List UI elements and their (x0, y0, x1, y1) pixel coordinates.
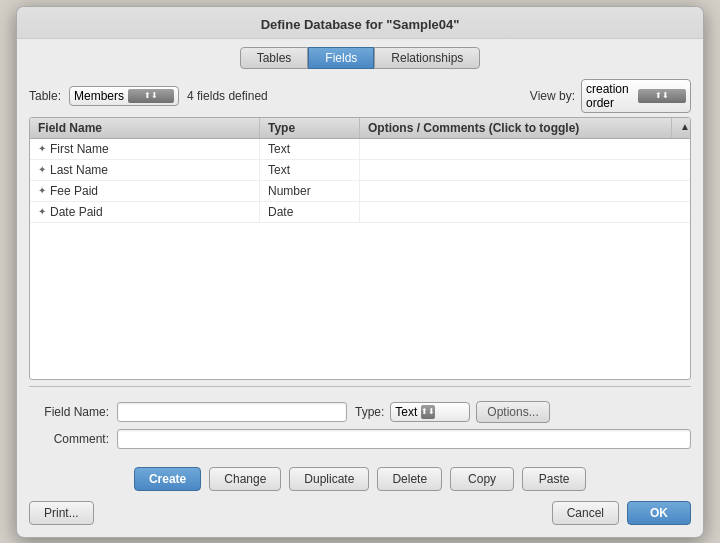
header-sort-icon: ▲ (672, 118, 690, 138)
table-select-arrow-icon: ⬆⬇ (128, 89, 174, 103)
view-by-select[interactable]: creation order ⬆⬇ (581, 79, 691, 113)
cell-type: Text (260, 139, 360, 159)
field-name-value: Fee Paid (50, 184, 98, 198)
bottom-right-buttons: Cancel OK (552, 501, 691, 525)
paste-button[interactable]: Paste (522, 467, 586, 491)
create-button[interactable]: Create (134, 467, 201, 491)
table-row[interactable]: ✦ First Name Text (30, 139, 690, 160)
type-select-arrow-icon: ⬆⬇ (421, 405, 435, 419)
table-body: ✦ First Name Text ✦ Last Name Text ✦ Fee… (30, 139, 690, 379)
cell-field-name: ✦ First Name (30, 139, 260, 159)
print-button[interactable]: Print... (29, 501, 94, 525)
cell-type: Date (260, 202, 360, 222)
tab-relationships[interactable]: Relationships (374, 47, 480, 69)
field-name-value: Date Paid (50, 205, 103, 219)
field-name-row: Field Name: Type: Text ⬆⬇ Options... (29, 401, 691, 423)
fields-table: Field Name Type Options / Comments (Clic… (29, 117, 691, 380)
field-name-label: Field Name: (29, 405, 109, 419)
tabs-row: Tables Fields Relationships (17, 39, 703, 75)
table-select[interactable]: Members ⬆⬇ (69, 86, 179, 106)
dialog-title: Define Database for "Sample04" (17, 7, 703, 39)
view-by-label: View by: (530, 89, 575, 103)
view-by-section: View by: creation order ⬆⬇ (530, 79, 691, 113)
view-by-value: creation order (586, 82, 634, 110)
header-options[interactable]: Options / Comments (Click to toggle) (360, 118, 672, 138)
type-section: Type: Text ⬆⬇ Options... (355, 401, 550, 423)
form-section: Field Name: Type: Text ⬆⬇ Options... Com… (17, 393, 703, 459)
comment-input[interactable] (117, 429, 691, 449)
options-button[interactable]: Options... (476, 401, 549, 423)
comment-label: Comment: (29, 432, 109, 446)
action-buttons: Create Change Duplicate Delete Copy Past… (17, 459, 703, 495)
tab-fields[interactable]: Fields (308, 47, 374, 69)
cell-options (360, 160, 690, 180)
duplicate-button[interactable]: Duplicate (289, 467, 369, 491)
cancel-button[interactable]: Cancel (552, 501, 619, 525)
change-button[interactable]: Change (209, 467, 281, 491)
type-select-value: Text (395, 405, 417, 419)
cell-field-name: ✦ Date Paid (30, 202, 260, 222)
header-type: Type (260, 118, 360, 138)
cell-type: Text (260, 160, 360, 180)
table-row[interactable]: ✦ Last Name Text (30, 160, 690, 181)
type-select[interactable]: Text ⬆⬇ (390, 402, 470, 422)
cell-options (360, 202, 690, 222)
row-drag-icon: ✦ (38, 206, 46, 217)
define-database-dialog: Define Database for "Sample04" Tables Fi… (16, 6, 704, 538)
cell-type: Number (260, 181, 360, 201)
table-header: Field Name Type Options / Comments (Clic… (30, 118, 690, 139)
cell-options (360, 181, 690, 201)
tab-tables[interactable]: Tables (240, 47, 309, 69)
header-field-name: Field Name (30, 118, 260, 138)
comment-row: Comment: (29, 429, 691, 449)
type-label: Type: (355, 405, 384, 419)
copy-button[interactable]: Copy (450, 467, 514, 491)
field-name-value: Last Name (50, 163, 108, 177)
toolbar: Table: Members ⬆⬇ 4 fields defined View … (17, 75, 703, 117)
fields-count: 4 fields defined (187, 89, 522, 103)
row-drag-icon: ✦ (38, 164, 46, 175)
divider (29, 386, 691, 387)
table-label: Table: (29, 89, 61, 103)
cell-field-name: ✦ Fee Paid (30, 181, 260, 201)
delete-button[interactable]: Delete (377, 467, 442, 491)
row-drag-icon: ✦ (38, 185, 46, 196)
field-name-input[interactable] (117, 402, 347, 422)
ok-button[interactable]: OK (627, 501, 691, 525)
table-row[interactable]: ✦ Date Paid Date (30, 202, 690, 223)
table-select-value: Members (74, 89, 124, 103)
bottom-row: Print... Cancel OK (17, 495, 703, 525)
table-row[interactable]: ✦ Fee Paid Number (30, 181, 690, 202)
row-drag-icon: ✦ (38, 143, 46, 154)
cell-options (360, 139, 690, 159)
field-name-value: First Name (50, 142, 109, 156)
cell-field-name: ✦ Last Name (30, 160, 260, 180)
view-by-arrow-icon: ⬆⬇ (638, 89, 686, 103)
